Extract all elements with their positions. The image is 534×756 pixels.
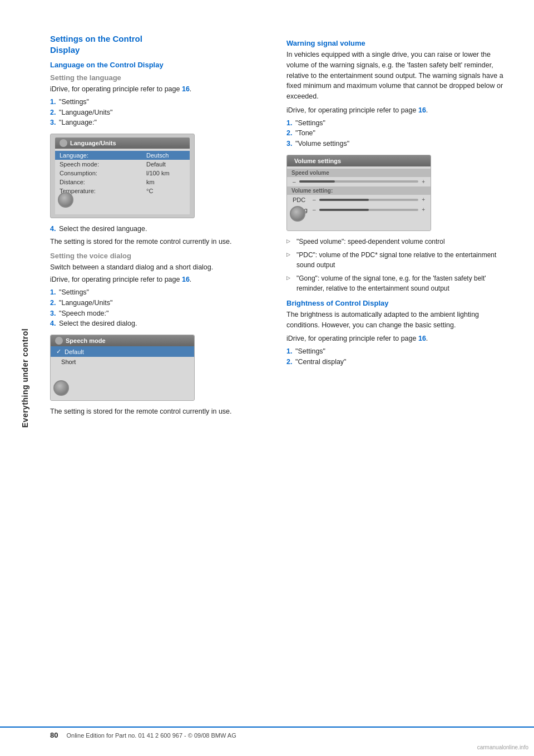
page-number: 80 bbox=[50, 731, 58, 739]
speech-mode-screenshot: Speech mode ✓ Default Short bbox=[50, 335, 195, 401]
list-item: 2."Tone" bbox=[286, 128, 506, 139]
volume-screenshot: Volume settings Speed volume – + Volume … bbox=[286, 155, 431, 231]
menu-icon bbox=[55, 337, 63, 345]
footer: 80 Online Edition for Part no. 01 41 2 6… bbox=[0, 726, 534, 739]
list-item: "PDC": volume of the PDC* signal tone re… bbox=[286, 250, 506, 270]
screenshot-body: Language: Deutsch Speech mode: Default C… bbox=[55, 149, 190, 214]
main-content: Settings on the Control Display Language… bbox=[50, 33, 534, 723]
gong-row: Gong – + bbox=[287, 205, 431, 215]
idrive-knob bbox=[53, 380, 69, 396]
intro-link[interactable]: 16 bbox=[182, 85, 190, 93]
screenshot-header: Speech mode bbox=[51, 335, 194, 346]
subsection1-title: Language on the Control Display bbox=[50, 61, 270, 69]
brightness-title: Brightness of Control Display bbox=[286, 299, 506, 307]
intro-text: iDrive, for operating principle refer to… bbox=[50, 84, 270, 95]
step4-list: 4.Select the desired language. bbox=[50, 224, 270, 234]
warning-idrive-link[interactable]: 16 bbox=[418, 106, 426, 114]
brightness-steps-list: 1."Settings" 2."Central display" bbox=[286, 346, 506, 367]
screenshot-header: Language/Units bbox=[55, 138, 190, 149]
screenshot-body: ✓ Default Short bbox=[51, 346, 194, 400]
pdc-row: PDC – + bbox=[287, 195, 431, 205]
right-column: Warning signal volume In vehicles equipp… bbox=[286, 33, 506, 723]
list-item: 2."Language/Units" bbox=[50, 107, 270, 118]
left-column: Settings on the Control Display Language… bbox=[50, 33, 270, 723]
warning-title: Warning signal volume bbox=[286, 39, 506, 47]
screenshot-row: Short bbox=[51, 357, 194, 367]
list-item: 1."Settings" bbox=[286, 118, 506, 129]
speed-volume-label: Speed volume bbox=[287, 169, 431, 177]
list-item: 3."Volume settings" bbox=[286, 139, 506, 149]
note-text: The setting is stored for the remote con… bbox=[50, 237, 270, 247]
speed-volume-row: – + bbox=[287, 177, 431, 186]
screenshot-row: Distance: km bbox=[55, 178, 190, 186]
screenshot-row: ✓ Default bbox=[51, 346, 194, 357]
screenshot-row: Temperature: °C bbox=[55, 186, 190, 195]
list-item: 3."Speech mode:" bbox=[50, 308, 270, 319]
list-item: 1."Settings" bbox=[286, 346, 506, 357]
voice-idrive-link[interactable]: 16 bbox=[182, 276, 190, 283]
brightness-idrive-text: iDrive, for operating principle refer to… bbox=[286, 333, 506, 344]
menu-icon bbox=[60, 139, 67, 147]
pdc-slider bbox=[319, 199, 419, 201]
brightness-para: The brightness is automatically adapted … bbox=[286, 310, 506, 331]
voice-intro: Switch between a standard dialog and a s… bbox=[50, 262, 270, 273]
list-item: 4.Select the desired language. bbox=[50, 224, 270, 234]
list-item: "Gong": volume of the signal tone, e.g. … bbox=[286, 273, 506, 293]
warning-idrive-text: iDrive, for operating principle refer to… bbox=[286, 105, 506, 116]
brightness-idrive-link[interactable]: 16 bbox=[418, 335, 426, 342]
gong-slider bbox=[319, 209, 419, 211]
screenshot-header: Volume settings bbox=[287, 155, 431, 166]
idrive-knob bbox=[58, 192, 73, 208]
subsubsection2-title: Setting the voice dialog bbox=[50, 252, 270, 260]
idrive-knob bbox=[290, 206, 305, 222]
language-screenshot: Language/Units Language: Deutsch Speech … bbox=[50, 134, 195, 218]
list-item: "Speed volume": speed-dependent volume c… bbox=[286, 237, 506, 247]
sidebar: Everything under control bbox=[0, 33, 50, 723]
warning-para: In vehicles equipped with a single drive… bbox=[286, 50, 506, 102]
screenshot-body: Speed volume – + Volume setting: PDC – bbox=[287, 166, 431, 230]
watermark: carmanualonline.info bbox=[477, 744, 528, 750]
screenshot-row: Consumption: l/100 km bbox=[55, 169, 190, 178]
speed-slider bbox=[299, 180, 419, 183]
note2-text: The setting is stored for the remote con… bbox=[50, 406, 270, 417]
footer-text: Online Edition for Part no. 01 41 2 600 … bbox=[66, 732, 236, 739]
list-item: 1."Settings" bbox=[50, 97, 270, 107]
sidebar-label: Everything under control bbox=[21, 328, 29, 428]
list-item: 2."Language/Units" bbox=[50, 298, 270, 308]
list-item: 3."Language:" bbox=[50, 117, 270, 128]
volume-setting-label: Volume setting: bbox=[287, 186, 431, 195]
steps-list-2: 1."Settings" 2."Language/Units" 3."Speec… bbox=[50, 287, 270, 329]
screenshot-row: Speech mode: Default bbox=[55, 160, 190, 169]
subsubsection1-title: Setting the language bbox=[50, 73, 270, 82]
list-item: 1."Settings" bbox=[50, 287, 270, 298]
list-item: 4.Select the desired dialog. bbox=[50, 318, 270, 329]
warning-steps-list: 1."Settings" 2."Tone" 3."Volume settings… bbox=[286, 118, 506, 149]
voice-idrive-text: iDrive, for operating principle refer to… bbox=[50, 274, 270, 285]
steps-list-1: 1."Settings" 2."Language/Units" 3."Langu… bbox=[50, 97, 270, 128]
list-item: 2."Central display" bbox=[286, 357, 506, 367]
section-title: Settings on the Control Display bbox=[50, 33, 270, 55]
bullet-list: "Speed volume": speed-dependent volume c… bbox=[286, 237, 506, 293]
screenshot-row: Language: Deutsch bbox=[55, 151, 190, 160]
